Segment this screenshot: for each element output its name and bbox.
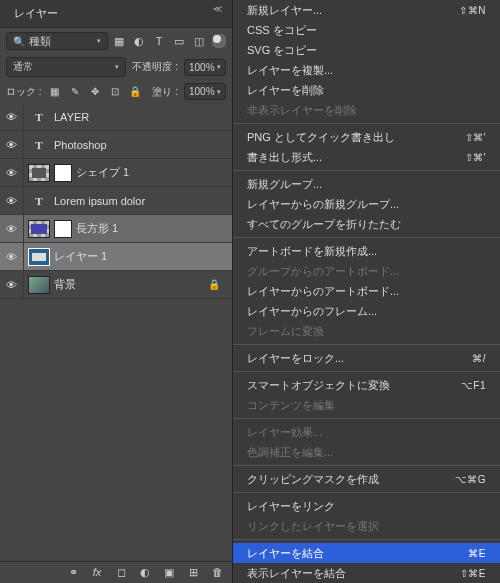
menu-separator	[233, 492, 500, 493]
layer-name[interactable]: 背景	[54, 277, 76, 292]
chevron-down-icon: ▾	[217, 63, 221, 71]
lock-artboard-icon[interactable]: ⊡	[108, 85, 122, 99]
panel-footer: ⚭ fx ◻ ◐ ▣ ⊞ 🗑	[0, 561, 232, 583]
layer-thumbnail[interactable]	[28, 276, 50, 294]
layer-thumbnail[interactable]	[28, 220, 50, 238]
menu-item: グループからのアートボード...	[233, 261, 500, 281]
layer-content: 長方形 1	[24, 215, 232, 242]
group-icon[interactable]: ▣	[162, 566, 176, 579]
filter-type-select[interactable]: 🔍 ▾	[6, 32, 108, 50]
opacity-input[interactable]: 100%▾	[184, 59, 226, 76]
filter-shape-icon[interactable]: ▭	[172, 34, 186, 48]
layer-name[interactable]: シェイプ 1	[76, 165, 129, 180]
menu-item[interactable]: レイヤーをリンク	[233, 496, 500, 516]
layer-row[interactable]: 👁シェイプ 1	[0, 159, 232, 187]
menu-item[interactable]: スマートオブジェクトに変換⌥F1	[233, 375, 500, 395]
menu-item[interactable]: 新規レイヤー...⇧⌘N	[233, 0, 500, 20]
menu-item[interactable]: レイヤーからの新規グループ...	[233, 194, 500, 214]
filter-row: 🔍 ▾ ▦ ◐ T ▭ ◫	[0, 28, 232, 54]
layers-panel: レイヤー ≪ 🔍 ▾ ▦ ◐ T ▭ ◫ 通常 ▾ 不透明度 : 100%▾ ロ…	[0, 0, 232, 583]
layer-name[interactable]: Lorem ipsum dolor	[54, 195, 145, 207]
menu-separator	[233, 465, 500, 466]
blend-mode-value: 通常	[13, 60, 33, 74]
filter-pixel-icon[interactable]: ▦	[112, 34, 126, 48]
visibility-toggle[interactable]: 👁	[0, 243, 24, 270]
visibility-toggle[interactable]: 👁	[0, 187, 24, 214]
layer-row[interactable]: 👁レイヤー 1	[0, 243, 232, 271]
menu-item[interactable]: レイヤーを複製...	[233, 60, 500, 80]
eye-icon: 👁	[6, 139, 17, 151]
layer-name[interactable]: 長方形 1	[76, 221, 118, 236]
layer-thumbnail[interactable]: T	[28, 136, 50, 154]
menu-item[interactable]: 表示レイヤーを結合⇧⌘E	[233, 563, 500, 583]
layer-thumbnail[interactable]	[28, 248, 50, 266]
trash-icon[interactable]: 🗑	[210, 566, 224, 579]
search-icon: 🔍	[13, 36, 25, 47]
filter-adjust-icon[interactable]: ◐	[132, 34, 146, 48]
menu-item[interactable]: レイヤーを削除	[233, 80, 500, 100]
menu-item-label: コンテンツを編集	[247, 398, 335, 413]
menu-item[interactable]: SVG をコピー	[233, 40, 500, 60]
menu-item[interactable]: アートボードを新規作成...	[233, 241, 500, 261]
layer-thumbnail[interactable]: T	[28, 192, 50, 210]
visibility-toggle[interactable]: 👁	[0, 159, 24, 186]
menu-item-label: スマートオブジェクトに変換	[247, 378, 390, 393]
lock-transparent-icon[interactable]: ▦	[48, 85, 62, 99]
visibility-toggle[interactable]: 👁	[0, 131, 24, 158]
menu-item[interactable]: レイヤーをロック...⌘/	[233, 348, 500, 368]
layer-thumbnail[interactable]	[28, 164, 50, 182]
menu-item-label: 新規レイヤー...	[247, 3, 322, 18]
layer-name[interactable]: レイヤー 1	[54, 249, 107, 264]
fill-label: 塗り :	[152, 85, 178, 99]
layer-name[interactable]: LAYER	[54, 111, 89, 123]
eye-icon: 👁	[6, 223, 17, 235]
filter-icons: ▦ ◐ T ▭ ◫	[112, 34, 226, 48]
fx-icon[interactable]: fx	[90, 566, 104, 579]
link-icon[interactable]: ⚭	[66, 566, 80, 579]
layer-row[interactable]: 👁背景🔒	[0, 271, 232, 299]
menu-item[interactable]: 新規グループ...	[233, 174, 500, 194]
lock-brush-icon[interactable]: ✎	[68, 85, 82, 99]
menu-item[interactable]: クリッピングマスクを作成⌥⌘G	[233, 469, 500, 489]
layer-content: TPhotoshop	[24, 131, 232, 158]
eye-icon: 👁	[6, 111, 17, 123]
filter-toggle[interactable]	[212, 34, 226, 48]
menu-item[interactable]: レイヤーを結合⌘E	[233, 543, 500, 563]
filter-smart-icon[interactable]: ◫	[192, 34, 206, 48]
adjustment-icon[interactable]: ◐	[138, 566, 152, 579]
visibility-toggle[interactable]: 👁	[0, 271, 24, 298]
menu-item[interactable]: レイヤーからのフレーム...	[233, 301, 500, 321]
chevron-down-icon: ▾	[115, 63, 119, 71]
lock-all-icon[interactable]: 🔒	[128, 85, 142, 99]
fill-input[interactable]: 100%▾	[184, 83, 226, 100]
mask-icon[interactable]: ◻	[114, 566, 128, 579]
layer-row[interactable]: 👁TLorem ipsum dolor	[0, 187, 232, 215]
panel-header: レイヤー ≪	[0, 0, 232, 28]
lock-position-icon[interactable]: ✥	[88, 85, 102, 99]
menu-item[interactable]: PNG としてクイック書き出し⇧⌘'	[233, 127, 500, 147]
filter-type-icon[interactable]: T	[152, 34, 166, 48]
new-layer-icon[interactable]: ⊞	[186, 566, 200, 579]
lock-icon[interactable]: 🔒	[208, 279, 228, 290]
layer-mask-thumbnail[interactable]	[54, 164, 72, 182]
visibility-toggle[interactable]: 👁	[0, 103, 24, 130]
menu-item[interactable]: すべてのグループを折りたたむ	[233, 214, 500, 234]
layer-row[interactable]: 👁TPhotoshop	[0, 131, 232, 159]
visibility-toggle[interactable]: 👁	[0, 215, 24, 242]
blend-mode-select[interactable]: 通常 ▾	[6, 57, 126, 77]
layer-row[interactable]: 👁TLAYER	[0, 103, 232, 131]
menu-item-label: レイヤーからのアートボード...	[247, 284, 399, 299]
collapse-icon[interactable]: ≪	[213, 4, 222, 23]
layer-name[interactable]: Photoshop	[54, 139, 107, 151]
menu-item-label: レイヤーを複製...	[247, 63, 333, 78]
menu-item-shortcut: ⇧⌘'	[465, 132, 486, 143]
eye-icon: 👁	[6, 279, 17, 291]
layer-thumbnail[interactable]: T	[28, 108, 50, 126]
panel-title[interactable]: レイヤー	[10, 4, 62, 23]
filter-input[interactable]	[29, 35, 79, 47]
menu-item[interactable]: 書き出し形式...⇧⌘'	[233, 147, 500, 167]
layer-row[interactable]: 👁長方形 1	[0, 215, 232, 243]
menu-item[interactable]: レイヤーからのアートボード...	[233, 281, 500, 301]
layer-mask-thumbnail[interactable]	[54, 220, 72, 238]
menu-item[interactable]: CSS をコピー	[233, 20, 500, 40]
